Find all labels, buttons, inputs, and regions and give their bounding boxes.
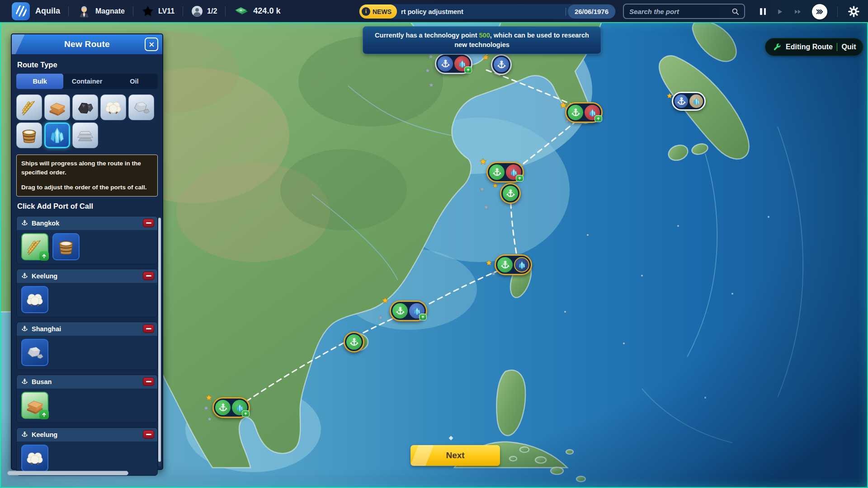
scrollbar-thumb[interactable] <box>158 218 161 462</box>
remove-port-button[interactable] <box>143 219 154 227</box>
anchor-icon <box>568 105 583 120</box>
commodity-timber[interactable] <box>44 94 70 120</box>
managers-icon[interactable] <box>191 5 203 17</box>
cotton-icon <box>103 97 123 117</box>
port-marker[interactable] <box>495 254 532 275</box>
port-name: Keelung <box>32 272 139 280</box>
cotton-icon <box>24 289 45 310</box>
anchor-icon <box>21 378 28 385</box>
port-marker[interactable] <box>390 300 427 321</box>
player-avatar[interactable] <box>77 4 91 19</box>
port-cargo-row <box>17 336 157 370</box>
pause-button[interactable] <box>760 8 766 15</box>
port-entry[interactable]: Keelung <box>16 427 158 476</box>
news-headline: rt policy adjustment <box>401 8 566 15</box>
goods-crystal-icon <box>409 303 425 319</box>
cargo-wheat-tile[interactable] <box>21 233 48 260</box>
company-logo[interactable] <box>12 2 30 20</box>
commodity-aluminum[interactable] <box>128 94 154 120</box>
commodity-wheat[interactable] <box>16 94 42 120</box>
port-cargo-row <box>17 389 157 422</box>
cargo-rice-tile[interactable] <box>52 233 80 260</box>
time-controls <box>760 0 860 23</box>
goods-crystal-icon <box>454 56 470 71</box>
commodity-crystal[interactable] <box>44 122 70 148</box>
remove-port-button[interactable] <box>143 430 154 439</box>
port-entry[interactable]: Keelung <box>16 269 158 317</box>
route-status-pill: Editing Route Quit <box>765 38 863 56</box>
minus-icon <box>146 275 151 277</box>
port-marker[interactable] <box>491 54 512 75</box>
port-marker[interactable] <box>212 397 250 418</box>
add-port-label: Click Add Port of Call <box>17 202 158 211</box>
route-type-label: Route Type <box>17 61 158 69</box>
toast-text: Currently has a technology point <box>375 32 479 39</box>
port-entry-header: Busan <box>17 375 157 389</box>
commodity-rice[interactable] <box>16 122 42 148</box>
minus-icon <box>146 381 151 382</box>
port-marker[interactable] <box>486 162 524 183</box>
cotton-icon <box>24 448 45 469</box>
player-name: Magnate <box>95 7 125 15</box>
settings-gear-icon[interactable] <box>848 5 860 18</box>
cargo-aluminum-tile[interactable] <box>21 339 48 366</box>
goods-crystal-icon <box>506 164 521 180</box>
money-amount: 424.0 k <box>253 6 280 16</box>
port-entry-header: Keelung <box>17 269 157 283</box>
commodity-cotton[interactable] <box>100 94 126 120</box>
commodity-coal[interactable] <box>72 94 98 120</box>
port-entry[interactable]: Shanghai <box>16 322 158 370</box>
timber-icon <box>47 97 67 117</box>
commodity-grid <box>16 94 158 148</box>
next-button[interactable]: Next <box>410 445 500 466</box>
news-badge-label: NEWS <box>373 8 392 15</box>
anchor-icon <box>346 334 362 350</box>
remove-port-button[interactable] <box>143 377 154 386</box>
port-entry-header: Shanghai <box>17 322 157 336</box>
port-search <box>623 4 745 19</box>
cargo-cotton-tile[interactable] <box>21 286 48 313</box>
port-marker[interactable] <box>565 102 603 123</box>
cargo-timber-tile[interactable] <box>21 392 48 419</box>
port-name: Shanghai <box>32 325 139 333</box>
quit-button[interactable]: Quit <box>841 43 856 51</box>
export-arrow-icon <box>39 410 49 419</box>
horizontal-scrollbar[interactable] <box>7 471 128 475</box>
divider <box>225 6 226 16</box>
play-button[interactable] <box>776 8 784 16</box>
demand-badge-icon <box>419 314 427 320</box>
divider <box>566 8 566 16</box>
tab-container[interactable]: Container <box>63 74 110 89</box>
port-call-list: Bangkok Keelung <box>16 216 158 476</box>
cargo-cotton-tile[interactable] <box>21 445 48 472</box>
remove-port-button[interactable] <box>143 324 154 333</box>
route-type-tabs: Bulk Container Oil <box>16 74 158 89</box>
port-marker[interactable] <box>344 332 364 352</box>
port-entry[interactable]: Bangkok <box>16 216 158 264</box>
remove-port-button[interactable] <box>143 272 154 280</box>
tab-bulk[interactable]: Bulk <box>16 74 63 89</box>
coal-icon <box>75 97 95 117</box>
search-input[interactable] <box>628 7 731 16</box>
anchor-icon <box>21 325 28 332</box>
hint-line: Ships will progress along the route in t… <box>21 159 153 177</box>
port-marker[interactable] <box>672 92 706 111</box>
wheat-icon <box>19 97 39 117</box>
commodity-steel[interactable] <box>72 122 98 148</box>
close-button[interactable] <box>145 38 158 51</box>
max-speed-button[interactable] <box>812 4 827 19</box>
search-icon[interactable] <box>731 7 740 16</box>
company-logo-icon <box>15 5 27 17</box>
tab-oil[interactable]: Oil <box>111 74 158 89</box>
player-level: LV11 <box>158 7 175 15</box>
port-marker[interactable] <box>435 53 472 74</box>
port-marker[interactable] <box>500 183 521 204</box>
anchor-icon <box>21 272 28 279</box>
new-route-panel: New Route Route Type Bulk Container Oil <box>11 33 163 470</box>
port-entry[interactable]: Busan <box>16 375 158 423</box>
divider <box>133 6 133 16</box>
money-icon[interactable] <box>234 5 249 18</box>
news-badge[interactable]: i NEWS <box>359 5 397 19</box>
fast-forward-button[interactable] <box>794 8 802 16</box>
game-screen: Aquila Magnate LV11 1/2 424.0 k i NEWS r… <box>0 0 868 488</box>
